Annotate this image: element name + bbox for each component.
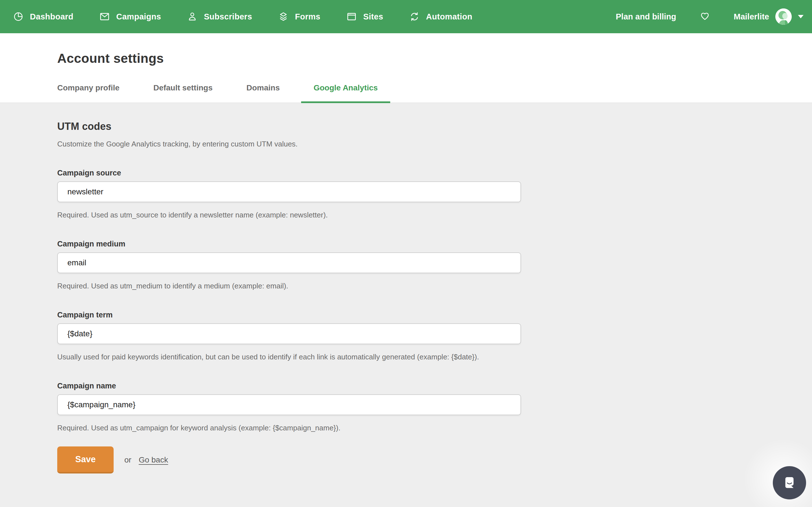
save-button[interactable]: Save <box>57 446 114 473</box>
automation-icon <box>409 11 420 22</box>
chat-bubble-icon <box>781 474 798 492</box>
page-header: Account settings Company profile Default… <box>0 33 812 103</box>
top-navigation: Dashboard Campaigns Subscribers <box>0 0 812 33</box>
account-name: Mailerlite <box>733 12 769 21</box>
campaign-medium-input[interactable] <box>57 252 521 273</box>
plan-and-billing-link[interactable]: Plan and billing <box>616 12 676 21</box>
campaign-source-field-group: Campaign source Required. Used as utm_so… <box>57 169 812 219</box>
nav-item-label: Dashboard <box>30 12 73 21</box>
section-description: Customize the Google Analytics tracking,… <box>57 140 812 149</box>
form-actions: Save or Go back <box>57 446 812 473</box>
tab-default-settings[interactable]: Default settings <box>141 83 225 103</box>
campaign-name-help: Required. Used as utm_campaign for keywo… <box>57 424 812 432</box>
go-back-link[interactable]: Go back <box>139 455 168 464</box>
section-title: UTM codes <box>57 103 812 132</box>
nav-item-label: Subscribers <box>204 12 252 21</box>
nav-item-campaigns[interactable]: Campaigns <box>99 11 161 22</box>
campaign-source-label: Campaign source <box>57 169 812 177</box>
campaign-term-field-group: Campaign term Usually used for paid keyw… <box>57 311 812 361</box>
or-text: or <box>124 455 132 464</box>
nav-item-subscribers[interactable]: Subscribers <box>187 11 252 22</box>
campaigns-icon <box>99 11 110 22</box>
sites-icon <box>346 11 357 22</box>
campaign-term-label: Campaign term <box>57 311 812 320</box>
nav-item-forms[interactable]: Forms <box>278 11 320 22</box>
account-menu[interactable]: Mailerlite <box>733 8 804 25</box>
campaign-name-input[interactable] <box>57 394 521 415</box>
campaign-medium-help: Required. Used as utm_medium to identify… <box>57 282 812 290</box>
nav-item-label: Forms <box>295 12 320 21</box>
subscribers-icon <box>187 11 198 22</box>
campaign-term-input[interactable] <box>57 323 521 344</box>
nav-item-automation[interactable]: Automation <box>409 11 472 22</box>
nav-item-label: Automation <box>426 12 472 21</box>
campaign-source-help: Required. Used as utm_source to identify… <box>57 211 812 219</box>
campaign-medium-label: Campaign medium <box>57 240 812 248</box>
avatar <box>775 8 792 25</box>
nav-item-sites[interactable]: Sites <box>346 11 383 22</box>
utm-settings-panel: UTM codes Customize the Google Analytics… <box>0 103 812 473</box>
nav-item-label: Campaigns <box>116 12 161 21</box>
nav-item-label: Sites <box>363 12 383 21</box>
tab-company-profile[interactable]: Company profile <box>45 83 132 103</box>
forms-icon <box>278 11 289 22</box>
heart-icon[interactable] <box>700 11 710 22</box>
campaign-source-input[interactable] <box>57 181 521 202</box>
nav-item-dashboard[interactable]: Dashboard <box>13 11 73 22</box>
nav-account-area: Plan and billing Mailerlite <box>616 8 804 25</box>
dashboard-icon <box>13 11 24 22</box>
campaign-name-label: Campaign name <box>57 382 812 390</box>
page-title: Account settings <box>57 51 164 66</box>
tab-google-analytics[interactable]: Google Analytics <box>301 83 390 103</box>
campaign-term-help: Usually used for paid keywords identific… <box>57 353 812 361</box>
tab-domains[interactable]: Domains <box>234 83 292 103</box>
campaign-name-field-group: Campaign name Required. Used as utm_camp… <box>57 382 812 432</box>
campaign-medium-field-group: Campaign medium Required. Used as utm_me… <box>57 240 812 290</box>
nav-main-menu: Dashboard Campaigns Subscribers <box>13 11 472 22</box>
chat-launcher-button[interactable] <box>773 466 806 499</box>
chevron-down-icon <box>798 15 804 18</box>
settings-tabs: Company profile Default settings Domains… <box>45 83 390 103</box>
